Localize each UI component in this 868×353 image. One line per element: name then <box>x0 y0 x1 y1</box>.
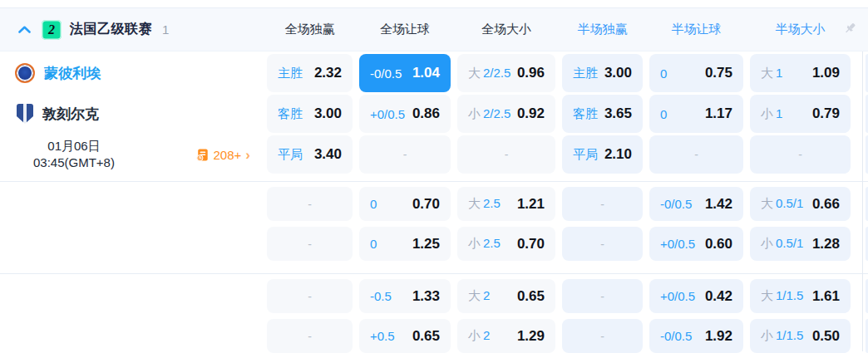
over-under-prefix: 小 <box>761 106 773 120</box>
odds-cell[interactable]: 大11.09 <box>750 54 851 92</box>
odds-cell[interactable]: 01.17 <box>649 95 743 133</box>
empty-cell <box>0 187 260 221</box>
odds-value: 0.70 <box>517 236 545 252</box>
odds-cell[interactable]: 小1/1.50.50 <box>750 319 851 353</box>
empty-cell <box>0 227 260 261</box>
odds-cell[interactable]: - <box>267 279 353 313</box>
odds-cell[interactable]: - <box>562 187 643 221</box>
odds-cell[interactable]: +0/0.50.42 <box>649 279 743 313</box>
odds-cell[interactable]: +0.50.65 <box>359 319 451 353</box>
odds-cell[interactable]: 客胜3.65 <box>562 95 643 133</box>
odds-cell[interactable]: - <box>649 135 743 174</box>
odds-dash: - <box>694 148 698 161</box>
line-value: 2 <box>483 328 490 342</box>
league-match-count: 1 <box>162 22 169 37</box>
markets-count: 208+ <box>214 148 242 162</box>
odds-line-label: 小1/1.5 <box>761 328 803 344</box>
odds-cell[interactable]: - <box>562 319 643 353</box>
odds-cell[interactable]: +0/0.50.86 <box>359 95 451 133</box>
odds-label: -0/0.5 <box>370 66 402 81</box>
odds-line-label: 小2.5 <box>468 236 501 252</box>
odds-label: +0/0.5 <box>660 289 695 303</box>
odds-cell[interactable]: -0/0.51.42 <box>649 187 743 221</box>
odds-cell[interactable]: - <box>359 135 451 174</box>
pin-icon[interactable] <box>843 21 857 38</box>
odds-value: 1.42 <box>705 196 732 213</box>
over-under-prefix: 大 <box>468 196 481 210</box>
odds-line-label: 小0.5/1 <box>761 236 803 252</box>
odds-dash: - <box>308 290 312 303</box>
odds-cell[interactable]: +0/0.50.60 <box>649 227 743 261</box>
odds-value: 0.50 <box>812 328 840 345</box>
odds-cell[interactable]: 大0.5/10.66 <box>750 187 851 221</box>
column-header-ht-overunder: 半场大小 <box>750 22 851 37</box>
odds-value: 3.00 <box>314 105 342 122</box>
odds-value: 3.65 <box>604 105 632 122</box>
odds-cell[interactable]: 客胜3.00 <box>267 95 353 133</box>
empty-cell <box>0 319 260 353</box>
line-value: 2/2.5 <box>483 66 510 80</box>
odds-dash: - <box>308 238 312 251</box>
odds-value: 1.09 <box>812 65 840 81</box>
odds-cell[interactable]: 主胜3.00 <box>562 54 643 92</box>
odds-value: 1.17 <box>705 105 732 122</box>
odds-cell[interactable]: 00.70 <box>359 187 451 221</box>
odds-cell[interactable]: - <box>562 227 643 261</box>
odds-value: 0.66 <box>812 196 840 213</box>
odds-label: 客胜 <box>573 106 598 122</box>
away-team[interactable]: 敦刻尔克 <box>0 95 260 133</box>
odds-value: 1.92 <box>705 328 732 345</box>
odds-dash: - <box>505 148 509 161</box>
odds-cell[interactable]: 大2.51.21 <box>457 187 555 221</box>
odds-cell[interactable]: 小10.79 <box>750 95 851 133</box>
odds-value: 1.04 <box>412 65 440 81</box>
column-header-ft-1x2: 全场独赢 <box>267 22 353 37</box>
odds-cell[interactable]: 小0.5/11.28 <box>750 227 851 261</box>
odds-cell[interactable]: 大2/2.50.96 <box>457 54 555 92</box>
home-team[interactable]: 蒙彼利埃 <box>0 54 260 92</box>
odds-cell[interactable]: - <box>750 135 851 174</box>
odds-label: +0/0.5 <box>660 237 695 251</box>
odds-cell[interactable]: 00.75 <box>649 54 743 92</box>
line-value: 2 <box>483 288 490 302</box>
section-main: 蒙彼利埃 主胜2.32-0/0.51.04大2/2.50.96主胜3.0000.… <box>0 51 868 181</box>
odds-cell[interactable]: 小2/2.50.92 <box>457 95 555 133</box>
odds-line-label: 大0.5/1 <box>761 196 803 212</box>
odds-cell[interactable]: 小2.50.70 <box>457 227 555 261</box>
odds-cell[interactable]: - <box>562 279 643 313</box>
odds-cell[interactable]: 主胜2.32 <box>267 54 353 92</box>
odds-cell[interactable]: - <box>267 187 353 221</box>
odds-cell[interactable]: 小21.29 <box>457 319 555 353</box>
odds-value: 0.65 <box>517 288 545 305</box>
odds-cell[interactable]: 平局3.40 <box>267 135 353 174</box>
odds-cell[interactable]: - <box>457 135 555 174</box>
match-datetime: 01月06日 03:45(GMT+8) <box>33 138 115 172</box>
odds-label: 0 <box>660 66 667 81</box>
odds-cell[interactable]: 01.25 <box>359 227 451 261</box>
match-time: 03:45(GMT+8) <box>33 154 115 171</box>
odds-label: 平局 <box>573 147 598 163</box>
collapse-chevron-up-icon[interactable] <box>15 21 33 39</box>
line-value: 2.5 <box>483 236 501 250</box>
row-home: 蒙彼利埃 主胜2.32-0/0.51.04大2/2.50.96主胜3.0000.… <box>0 54 868 92</box>
odds-cell[interactable]: - <box>267 227 353 261</box>
odds-value: 0.86 <box>412 105 440 122</box>
over-under-prefix: 小 <box>468 328 481 342</box>
odds-cell[interactable]: - <box>267 319 353 353</box>
odds-label: 0 <box>660 107 667 121</box>
odds-cell[interactable]: -0/0.51.04 <box>359 54 451 92</box>
odds-cell[interactable]: -0/0.51.92 <box>649 319 743 353</box>
odds-cell[interactable]: 大1/1.51.61 <box>750 279 851 313</box>
league-header: 2 法国乙级联赛 1 全场独赢 全场让球 全场大小 半场独赢 半场让球 半场大小 <box>0 8 868 51</box>
chevron-right-icon: › <box>245 148 250 162</box>
section-alt-lines-2: --0.51.33大20.65-+0/0.50.42大1/1.51.61 -+0… <box>0 274 868 353</box>
league-badge-icon: 2 <box>42 20 62 40</box>
odds-cell[interactable]: -0.51.33 <box>359 279 451 313</box>
odds-cell[interactable]: 大20.65 <box>457 279 555 313</box>
odds-dash: - <box>308 330 312 343</box>
odds-line-label: 大2/2.5 <box>468 66 510 81</box>
odds-value: 0.79 <box>812 105 840 122</box>
more-markets-link[interactable]: 208+ › <box>195 148 250 162</box>
odds-label: -0.5 <box>370 289 392 303</box>
odds-cell[interactable]: 平局2.10 <box>562 135 643 174</box>
